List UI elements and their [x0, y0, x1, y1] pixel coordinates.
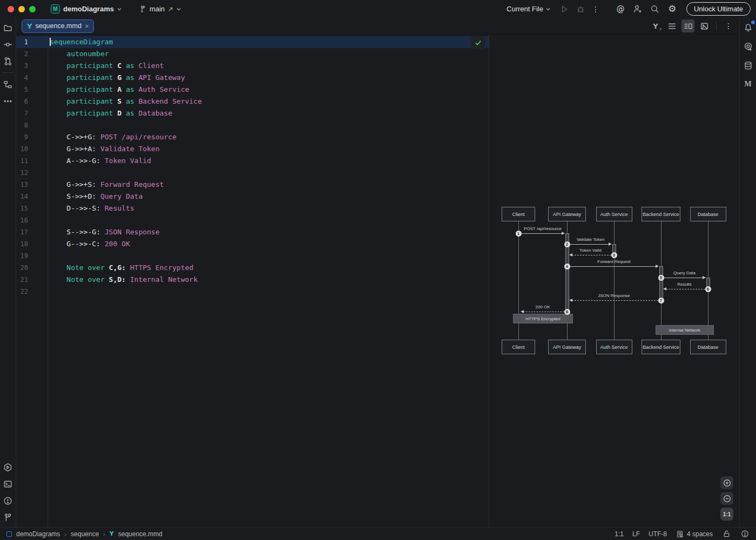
maximize-window-button[interactable] — [29, 6, 36, 12]
message-arrowhead — [569, 299, 572, 302]
code-text: A-->>-G: Token Valid — [48, 155, 151, 167]
code-line[interactable]: 13 G->>+S: Forward Request — [16, 179, 489, 191]
line-number: 20 — [16, 262, 28, 274]
chevron-down-icon — [177, 7, 181, 11]
module-icon — [6, 531, 12, 537]
debug-button[interactable] — [574, 3, 587, 16]
code-line[interactable]: 8 — [16, 119, 489, 131]
message-label: 200 OK — [535, 305, 550, 309]
minimize-window-button[interactable] — [18, 6, 25, 12]
line-number: 7 — [16, 107, 28, 119]
line-number: 8 — [16, 119, 28, 131]
database-panel-icon[interactable] — [741, 59, 754, 72]
unlock-ultimate-button[interactable]: Unlock Ultimate — [686, 2, 751, 16]
breadcrumb-file[interactable]: sequence.mmd — [118, 530, 163, 538]
code-text: participant C as Client — [48, 60, 164, 72]
split-view-icon[interactable] — [681, 19, 694, 32]
settings-gear-icon[interactable]: ⚙ — [666, 3, 679, 16]
project-folder-icon[interactable] — [2, 21, 15, 34]
line-number: 13 — [16, 179, 28, 191]
text-caret — [50, 38, 51, 46]
code-text — [48, 167, 50, 179]
message-arrowhead — [609, 242, 612, 246]
ai-assistant-panel-icon[interactable] — [741, 40, 754, 53]
close-tab-icon[interactable]: × — [85, 23, 89, 30]
project-widget[interactable]: M demoDiagrams — [48, 3, 125, 15]
message-line — [567, 266, 656, 267]
more-tool-windows-icon[interactable] — [2, 94, 15, 107]
close-window-button[interactable] — [8, 6, 14, 12]
code-line[interactable]: 22 — [16, 286, 489, 298]
code-line[interactable]: 14 S->>+D: Query Data — [16, 191, 489, 202]
code-line[interactable]: 20 Note over C,G: HTTPS Encrypted — [16, 262, 489, 274]
mermaid-panel-icon[interactable]: M — [741, 78, 754, 91]
editor-options-button[interactable]: ⋮ — [722, 19, 735, 32]
line-number: 22 — [16, 286, 28, 298]
branch-name: main — [150, 5, 165, 13]
code-text: participant A as Auth Service — [48, 84, 189, 96]
inspections-widget[interactable] — [471, 36, 485, 49]
activation-bar — [659, 266, 663, 300]
search-icon[interactable] — [649, 3, 662, 16]
code-line[interactable]: 19 — [16, 250, 489, 262]
breadcrumb-folder[interactable]: sequence — [71, 530, 99, 538]
zoom-in-button[interactable] — [720, 476, 733, 489]
code-line[interactable]: 12 — [16, 167, 489, 179]
ai-assistant-icon[interactable]: @ — [614, 3, 627, 16]
autonumber-badge: 5 — [658, 275, 664, 281]
code-line[interactable]: 4 participant G as API Gateway — [16, 72, 489, 84]
zoom-reset-button[interactable]: 1:1 — [720, 508, 733, 521]
commit-icon[interactable] — [2, 38, 15, 51]
run-configuration-selector[interactable]: Current File — [507, 5, 550, 13]
line-number: 10 — [16, 143, 28, 155]
encoding-widget[interactable]: UTF-8 — [649, 530, 667, 538]
code-line[interactable]: 6 participant S as Backend Service — [16, 96, 489, 107]
code-text: G->>+S: Forward Request — [48, 179, 164, 191]
breadcrumb-separator: › — [103, 531, 105, 537]
code-line[interactable]: 9 C->>+G: POST /api/resource — [16, 131, 489, 143]
breadcrumb-project[interactable]: demoDiagrams — [16, 530, 60, 538]
preview-only-view-icon[interactable] — [698, 19, 711, 32]
code-line[interactable]: 16 — [16, 214, 489, 226]
code-line[interactable]: 15 D-->>-S: Results — [16, 202, 489, 214]
problems-icon[interactable] — [2, 494, 15, 507]
code-line[interactable]: 17 S-->>-G: JSON Response — [16, 226, 489, 238]
notifications-bell-icon[interactable] — [741, 21, 754, 34]
error-analysis-icon[interactable] — [740, 529, 750, 539]
code-editor[interactable]: 1sequenceDiagram2 autonumber3 participan… — [16, 35, 489, 527]
line-ending-widget[interactable]: LF — [632, 530, 640, 538]
pull-requests-icon[interactable] — [2, 55, 15, 68]
code-line[interactable]: 1sequenceDiagram — [16, 36, 489, 48]
push-arrow-icon: ↗ — [168, 5, 173, 13]
structure-icon[interactable] — [2, 78, 15, 91]
autonumber-badge: 1 — [516, 231, 522, 237]
code-line[interactable]: 5 participant A as Auth Service — [16, 84, 489, 96]
more-actions-button[interactable]: ⋮ — [589, 3, 602, 16]
zoom-out-button[interactable] — [720, 492, 733, 505]
code-line[interactable]: 10 G->>+A: Validate Token — [16, 143, 489, 155]
code-line[interactable]: 3 participant C as Client — [16, 60, 489, 72]
mermaid-file-icon: Y — [27, 23, 32, 30]
unlock-icon[interactable] — [721, 529, 731, 539]
message-label: POST /api/resource — [524, 226, 562, 231]
code-line[interactable]: 21 Note over S,D: Internal Network — [16, 274, 489, 286]
terminal-icon[interactable] — [2, 477, 15, 490]
editor-only-view-icon[interactable] — [665, 19, 678, 32]
code-line[interactable]: 7 participant D as Database — [16, 107, 489, 119]
line-number: 16 — [16, 214, 28, 226]
chevron-down-icon — [117, 7, 122, 11]
line-number: 3 — [16, 60, 28, 72]
code-line[interactable]: 18 G-->>-C: 200 OK — [16, 238, 489, 250]
code-line[interactable]: 11 A-->>-G: Token Valid — [16, 155, 489, 167]
add-user-icon[interactable] — [631, 3, 644, 16]
run-button[interactable] — [558, 3, 571, 16]
caret-position-widget[interactable]: 1:1 — [615, 530, 624, 538]
tab-sequence-mmd[interactable]: Y sequence.mmd × — [22, 19, 94, 33]
vcs-widget[interactable]: main ↗ — [134, 3, 184, 15]
services-icon[interactable] — [2, 461, 15, 474]
indent-widget[interactable]: 4 spaces — [676, 530, 713, 538]
message-label: Forward Request — [597, 259, 630, 264]
git-tool-icon[interactable] — [2, 511, 15, 524]
mermaid-version-icon[interactable]: Y? — [649, 19, 662, 32]
code-line[interactable]: 2 autonumber — [16, 48, 489, 60]
